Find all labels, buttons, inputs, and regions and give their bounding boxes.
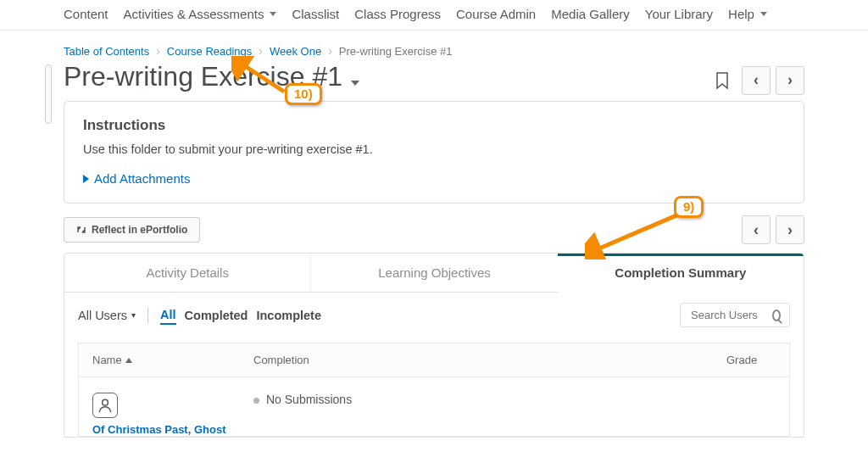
nav-classlist[interactable]: Classlist bbox=[292, 7, 339, 21]
breadcrumb: Table of Contents › Course Readings › We… bbox=[64, 39, 804, 59]
divider bbox=[147, 308, 148, 323]
all-users-label: All Users bbox=[78, 309, 127, 322]
bookmark-button[interactable] bbox=[708, 66, 737, 95]
person-icon bbox=[97, 397, 114, 414]
tab-learning-objectives[interactable]: Learning Objectives bbox=[310, 254, 557, 293]
col-grade[interactable]: Grade bbox=[713, 343, 789, 376]
nav-courseadmin[interactable]: Course Admin bbox=[456, 7, 536, 21]
nav-library[interactable]: Your Library bbox=[645, 7, 713, 21]
chevron-right-icon: › bbox=[259, 44, 263, 58]
instructions-panel: Instructions Use this folder to submit y… bbox=[64, 101, 804, 204]
sort-ascending-icon bbox=[125, 358, 132, 363]
filter-all[interactable]: All bbox=[160, 306, 176, 325]
submission-status: No Submissions bbox=[266, 393, 352, 406]
filter-incomplete[interactable]: Incomplete bbox=[256, 307, 321, 324]
status-dot-icon bbox=[253, 398, 259, 404]
caret-down-icon: ▾ bbox=[131, 310, 136, 320]
prev-page-button[interactable]: ‹ bbox=[742, 66, 771, 95]
instructions-heading: Instructions bbox=[83, 117, 785, 134]
nav-help[interactable]: Help bbox=[728, 7, 767, 21]
chevron-left-icon: ‹ bbox=[754, 221, 759, 239]
nav-classprogress[interactable]: Class Progress bbox=[354, 7, 441, 21]
reflect-icon bbox=[76, 225, 86, 235]
bookmark-icon bbox=[715, 72, 729, 89]
reflect-label: Reflect in ePortfolio bbox=[92, 224, 187, 236]
instructions-body: Use this folder to submit your pre-writi… bbox=[83, 142, 785, 156]
col-name[interactable]: Name bbox=[79, 343, 240, 376]
col-completion[interactable]: Completion bbox=[240, 343, 713, 376]
sidebar-collapse-handle[interactable] bbox=[45, 64, 52, 124]
chevron-right-icon: › bbox=[787, 221, 793, 239]
nav-content[interactable]: Content bbox=[64, 7, 108, 21]
add-attachments-button[interactable]: Add Attachments bbox=[83, 171, 785, 186]
breadcrumb-week[interactable]: Week One bbox=[270, 45, 321, 58]
nav-help-label: Help bbox=[728, 7, 754, 21]
reflect-eportfolio-button[interactable]: Reflect in ePortfolio bbox=[64, 217, 200, 243]
all-users-dropdown[interactable]: All Users ▾ bbox=[78, 309, 136, 322]
next-item-button[interactable]: › bbox=[776, 215, 804, 244]
triangle-right-icon bbox=[83, 175, 89, 183]
svg-point-0 bbox=[103, 399, 108, 405]
user-avatar bbox=[92, 393, 118, 418]
page-title-text: Pre-writing Exercise #1 bbox=[64, 61, 342, 92]
search-icon bbox=[772, 309, 781, 321]
nav-media[interactable]: Media Gallery bbox=[551, 7, 630, 21]
table-row: Of Christmas Past, Ghost No Submissions bbox=[79, 377, 789, 436]
chevron-right-icon: › bbox=[328, 44, 332, 58]
grade-cell bbox=[699, 393, 776, 436]
tabs-container: Activity Details Learning Objectives Com… bbox=[64, 253, 804, 438]
tab-activity-details[interactable]: Activity Details bbox=[64, 254, 310, 293]
nav-activities[interactable]: Activities & Assessments bbox=[124, 7, 277, 21]
search-input[interactable] bbox=[689, 308, 765, 322]
top-nav: Content Activities & Assessments Classli… bbox=[0, 0, 868, 31]
tab-completion-summary[interactable]: Completion Summary bbox=[558, 254, 804, 293]
breadcrumb-toc[interactable]: Table of Contents bbox=[64, 45, 149, 58]
chevron-down-icon bbox=[342, 61, 359, 92]
chevron-left-icon: ‹ bbox=[754, 71, 759, 89]
col-name-label: Name bbox=[92, 354, 122, 366]
breadcrumb-readings[interactable]: Course Readings bbox=[167, 45, 252, 58]
completion-table: Name Completion Grade Of Christmas Past,… bbox=[78, 343, 790, 437]
user-name-link[interactable]: Of Christmas Past, Ghost bbox=[92, 423, 253, 436]
breadcrumb-current: Pre-writing Exercise #1 bbox=[339, 45, 453, 58]
add-attachments-label: Add Attachments bbox=[94, 171, 190, 186]
chevron-right-icon: › bbox=[156, 44, 160, 58]
search-users-field[interactable] bbox=[680, 303, 790, 327]
filter-completed[interactable]: Completed bbox=[185, 307, 248, 324]
next-page-button[interactable]: › bbox=[776, 66, 804, 95]
chevron-right-icon: › bbox=[787, 71, 793, 89]
prev-item-button[interactable]: ‹ bbox=[742, 215, 771, 244]
nav-activities-label: Activities & Assessments bbox=[124, 7, 264, 21]
table-header: Name Completion Grade bbox=[79, 343, 789, 377]
page-title[interactable]: Pre-writing Exercise #1 bbox=[64, 61, 359, 92]
